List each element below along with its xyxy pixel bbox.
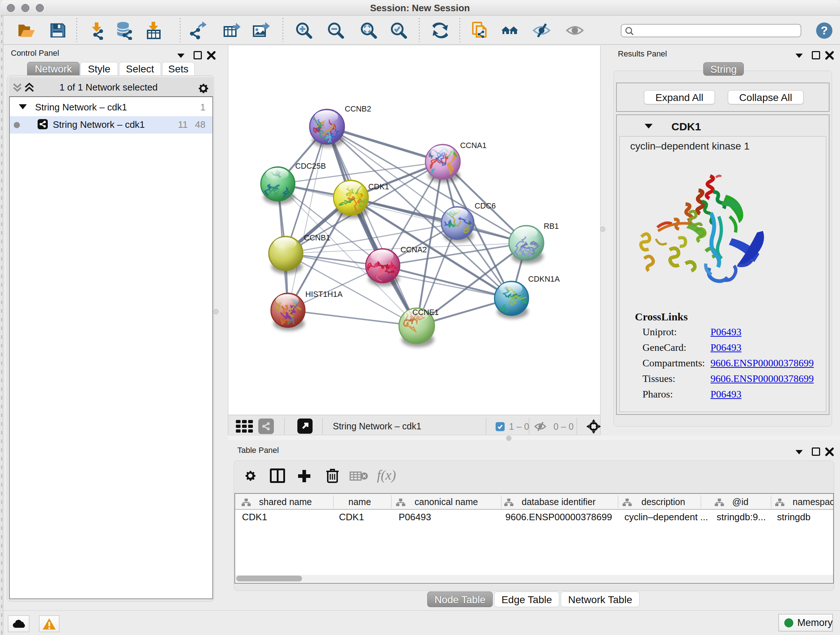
svg-text:CCNB1: CCNB1 xyxy=(304,233,330,242)
svg-text:CCNB2: CCNB2 xyxy=(345,105,371,113)
svg-text:CDC6: CDC6 xyxy=(475,202,496,211)
svg-text:HIST1H1A: HIST1H1A xyxy=(305,290,343,299)
svg-text:CDKN1A: CDKN1A xyxy=(528,275,560,283)
svg-text:CDK1: CDK1 xyxy=(368,182,389,191)
svg-text:CCNA1: CCNA1 xyxy=(460,141,486,150)
svg-text:RB1: RB1 xyxy=(544,222,559,231)
svg-text:CCNA2: CCNA2 xyxy=(401,245,427,254)
svg-text:CCNE1: CCNE1 xyxy=(412,308,439,317)
svg-text:CDC25B: CDC25B xyxy=(295,162,326,171)
